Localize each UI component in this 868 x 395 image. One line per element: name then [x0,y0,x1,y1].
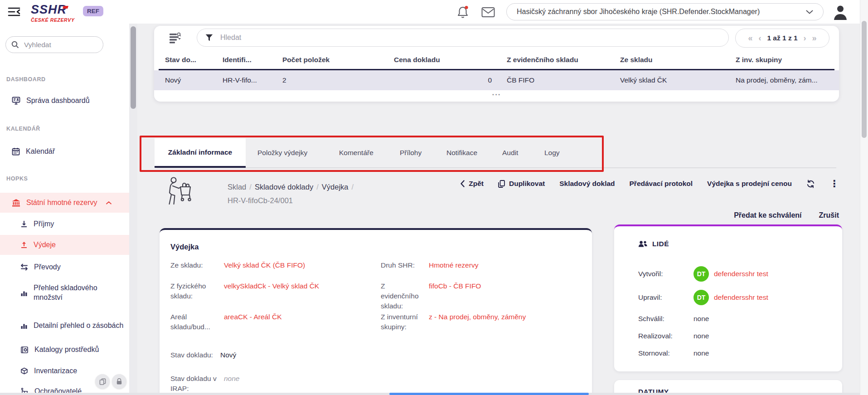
funnel-filter-icon [205,34,213,41]
tab-notifikace[interactable]: Notifikace [446,149,477,157]
user-name-link[interactable]: defendersshr test [714,293,768,302]
copy-floating-button[interactable] [95,374,110,389]
breadcrumb-skladove-doklady[interactable]: Skladové doklady [255,183,313,191]
user-avatar-icon[interactable] [833,5,848,20]
user-name-link[interactable]: defendersshr test [714,270,768,278]
sidebar-item-reserves[interactable]: Státní hmotné rezervy [0,193,129,213]
people-row-realizoval: Realizoval: none [638,332,709,340]
field-value-link[interactable]: z - Na prodej, obměny, záměny [429,312,526,332]
column-header-stav[interactable]: Stav do... [165,56,196,64]
tab-prilohy[interactable]: Přílohy [400,149,422,157]
tab-audit[interactable]: Audit [502,149,518,157]
sidebar-collapse-icon[interactable] [7,5,21,18]
table-filter-search[interactable] [197,29,729,47]
sidebar-item-stock-detail[interactable]: Detailní přehled o zásobách [0,311,129,340]
sidebar-item-label: Výdeje [34,240,56,250]
breadcrumb-vydejka[interactable]: Výdejka [322,183,349,191]
messages-envelope-icon[interactable] [481,7,495,18]
column-header-cena[interactable]: Cena dokladu [394,56,440,64]
active-tab-underline [155,166,246,168]
stock-document-button[interactable]: Skladový doklad [559,180,615,188]
horizontal-scrollbar-thumb[interactable] [389,393,589,395]
table-expand-more[interactable]: ... [154,88,839,98]
column-header-evidencni[interactable]: Z evidenčního skladu [507,56,578,64]
sidebar-item-label: Inventarizace [34,366,77,376]
user-avatar-initials: DT [693,290,709,305]
field-stav-dokladu: Stav dokladu: Nový [170,350,236,360]
column-header-skupina[interactable]: Z inv. skupiny [736,56,782,64]
refresh-button[interactable] [806,180,815,188]
column-settings-button[interactable] [168,31,183,46]
tab-polozky-vydejky[interactable]: Položky výdejky [257,149,307,157]
people-row-schvalil: Schválil: none [638,315,709,323]
sidebar-item-label: Správa dashboardů [26,96,90,106]
people-value-none: none [693,332,709,340]
sidebar-item-label: Příjmy [34,219,54,229]
lock-floating-button[interactable] [112,374,126,389]
sidebar-item-stock-overview[interactable]: Přehled skladového množství [0,278,129,307]
table-row[interactable]: Nový HR-V-fifo... 2 0 ČB FIFO Velký skla… [154,70,839,90]
organization-selector[interactable]: Hasičský záchranný sbor Jihočeského kraj… [506,3,824,20]
handover-protocol-button[interactable]: Předávací protokol [630,180,693,188]
sidebar-search-input[interactable] [23,40,93,49]
issue-with-sale-price-button[interactable]: Výdejka s prodejní cenou [707,180,792,188]
sidebar-item-label: Detailní přehled o zásobách [34,321,124,331]
sidebar-scrollbar-thumb[interactable] [131,26,136,109]
breadcrumb-separator: / [313,183,322,191]
field-value-link[interactable]: fifoCb - ČB FIFO [429,281,481,311]
column-header-identifikace[interactable]: Identifi... [223,56,252,64]
people-row-upravil: Upravil: DT defendersshr test [638,290,768,305]
cancel-button[interactable]: Zrušit [819,211,839,219]
pagination-next-button[interactable]: › [804,34,806,42]
table-search-input[interactable] [219,33,674,42]
sidebar-item-dashboards[interactable]: Správa dashboardů [0,91,129,111]
sidebar-item-catalogs[interactable]: Katalogy prostředků [0,340,129,360]
field-value-link[interactable]: Velký sklad ČK (ČB FIFO) [224,260,305,270]
sidebar-item-issues[interactable]: Výdeje [0,235,129,255]
documents-table-card: « ‹ 1 až 1 z 1 › » Stav do... Identifi..… [154,26,839,102]
issue-cart-icon [167,176,193,207]
dashboard-monitor-icon [12,97,20,105]
page-scrollbar-thumb[interactable] [862,21,867,138]
back-button[interactable]: Zpět [461,180,484,188]
field-value-link[interactable]: Hmotné rezervy [429,260,478,270]
more-options-kebab-icon[interactable]: ⋮ [829,178,839,189]
upload-arrow-icon [20,241,28,249]
field-z-inventurni-skupiny: Z inventurní skupiny: z - Na prodej, obm… [381,312,526,332]
people-row-stornoval: Stornoval: none [638,349,709,357]
sidebar-search[interactable] [5,36,103,53]
sidebar-item-calendar[interactable]: Kalendář [0,141,129,161]
tab-komentare[interactable]: Komentáře [339,149,373,157]
notifications-bell-icon[interactable] [457,5,469,19]
submit-for-approval-button[interactable]: Předat ke schválení [734,211,801,219]
pagination-prev-button[interactable]: ‹ [758,34,761,42]
cell-evidencni: ČB FIFO [507,70,534,90]
column-header-sklad[interactable]: Ze skladu [620,56,653,64]
breadcrumb-sklad[interactable]: Sklad [228,183,246,191]
tab-logy[interactable]: Logy [544,149,560,157]
search-icon [11,41,19,49]
field-value-link[interactable]: velkySkladCk - Velký sklad ČK [224,281,319,301]
refresh-icon [806,180,815,188]
sidebar-item-label: Převody [34,263,61,272]
duplicate-button[interactable]: Duplikovat [498,180,545,188]
people-icon [638,240,648,248]
sidebar-item-incomes[interactable]: Příjmy [0,214,129,234]
pagination-first-button[interactable]: « [748,34,752,42]
copy-icon [498,180,505,188]
pagination: « ‹ 1 až 1 z 1 › » [735,29,829,48]
chevron-up-icon [106,201,112,205]
field-z-evidencniho-skladu: Z evidenčního skladu: fifoCb - ČB FIFO [381,281,481,311]
issue-detail-card: Výdejka Ze skladu: Velký sklad ČK (ČB FI… [160,228,592,395]
column-header-pocet[interactable]: Počet položek [282,56,330,64]
tab-zakladni-informace[interactable]: Základní informace [155,138,246,166]
pagination-last-button[interactable]: » [812,34,817,42]
logo-text[interactable]: SSHR [31,3,67,17]
sidebar-item-transfers[interactable]: Převody [0,257,129,277]
logo-red-dash [63,6,68,9]
sidebar-section-kalendar: KALENDÁŘ [6,126,40,132]
field-value-link[interactable]: areaCK - Areál ČK [224,312,282,332]
field-stav-dokladu-irap: Stav dokladu v IRAP: none [170,374,239,394]
field-value-muted: none [224,374,239,394]
sidebar-item-inventory[interactable]: Inventarizace [0,361,129,381]
